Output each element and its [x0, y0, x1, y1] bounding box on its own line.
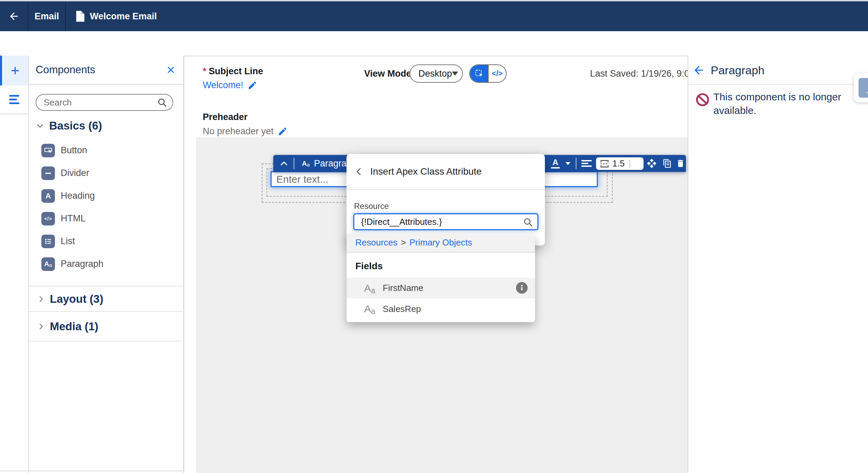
navbar-email-tab[interactable]: Email — [28, 11, 65, 22]
collapse-inspector-handle[interactable] — [854, 73, 868, 102]
text-style-button[interactable]: A — [548, 155, 563, 172]
popover-header: Insert Apex Class Attribute — [347, 154, 545, 190]
popover-back-button[interactable] — [354, 166, 364, 177]
panel-bottom-border — [0, 471, 184, 471]
view-mode-dropdown[interactable]: Desktop — [410, 64, 463, 83]
html-component-icon: </> — [41, 212, 55, 225]
arrow-left-icon — [8, 11, 20, 22]
collapse-toolbar-button[interactable] — [277, 155, 291, 172]
divider — [688, 84, 868, 85]
no-entry-icon — [695, 92, 710, 107]
section-basics-label: Basics (6) — [49, 119, 102, 132]
edit-subject-button[interactable] — [248, 80, 257, 90]
edit-icon — [278, 126, 288, 136]
search-input[interactable] — [36, 94, 173, 111]
back-chevron-icon — [354, 166, 364, 177]
close-icon — [166, 65, 175, 74]
section-media[interactable]: Media (1) — [29, 312, 184, 341]
breadcrumb-separator: > — [401, 237, 406, 248]
text-field-icon: Aa — [364, 303, 375, 315]
heading-component-icon: A — [41, 189, 55, 203]
document-icon — [75, 11, 84, 22]
move-icon — [647, 158, 657, 169]
view-mode-value: Desktop — [418, 68, 452, 79]
menu-icon — [9, 95, 19, 104]
paragraph-component-icon: Aa — [41, 257, 55, 271]
text-style-caret[interactable] — [563, 155, 573, 172]
chevron-up-icon — [279, 159, 289, 168]
component-item-paragraph[interactable]: Aa Paragraph — [29, 253, 184, 275]
outline-rail-button[interactable] — [0, 85, 28, 114]
preheader-label: Preheader — [203, 112, 248, 122]
field-option-firstname[interactable]: Aa FirstName — [347, 278, 535, 298]
duplicate-component-button[interactable] — [660, 155, 674, 172]
plus-icon: + — [11, 62, 20, 79]
chevron-right-icon — [37, 322, 45, 331]
search-icon — [157, 97, 167, 107]
section-basics[interactable]: Basics (6) — [29, 115, 184, 136]
component-item-heading[interactable]: A Heading — [29, 184, 184, 207]
edit-mode-toggle: </> — [469, 64, 507, 83]
insert-apex-attribute-popover: Insert Apex Class Attribute Resource — [347, 154, 545, 245]
chevron-right-icon — [37, 295, 45, 303]
section-layout-label: Layout (3) — [50, 293, 103, 306]
view-mode-label: View Mode: — [364, 68, 414, 79]
preheader-value: No preheader yet — [203, 126, 274, 137]
button-component-icon — [41, 144, 55, 157]
builder-toolbar: View Mode: Desktop </> Last Saved: 1/19/… — [0, 31, 868, 56]
unavailable-message: This component is no longer available. — [713, 90, 852, 117]
breadcrumb-primary-objects-link[interactable]: Primary Objects — [409, 237, 472, 248]
subject-line-value[interactable]: Welcome! — [203, 80, 243, 91]
text-field-icon: Aa — [364, 282, 375, 294]
arrow-left-icon — [692, 64, 705, 77]
edit-preheader-button[interactable] — [278, 126, 288, 136]
field-info-button[interactable] — [516, 282, 528, 294]
field-option-salesrep[interactable]: Aa SalesRep — [347, 298, 535, 319]
select-mode-icon — [474, 69, 484, 78]
breadcrumb: Resources > Primary Objects — [347, 233, 535, 253]
move-component-button[interactable] — [645, 155, 658, 172]
code-icon: </> — [492, 69, 503, 78]
resource-input[interactable] — [353, 213, 538, 230]
subject-line-value-row: Welcome! — [203, 80, 257, 91]
close-panel-button[interactable] — [166, 65, 175, 74]
component-item-list[interactable]: List — [29, 230, 184, 253]
back-button[interactable] — [0, 1, 28, 31]
paragraph-type-icon: Aa — [298, 155, 313, 172]
section-media-label: Media (1) — [50, 320, 98, 333]
left-rail — [0, 56, 29, 473]
divider — [294, 158, 294, 169]
duplicate-icon — [663, 159, 672, 168]
caret-down-icon — [452, 72, 458, 76]
component-item-divider[interactable]: Divider — [29, 162, 184, 184]
panel-title: Components — [36, 64, 95, 76]
breadcrumb-resources-link[interactable]: Resources — [355, 237, 397, 248]
subject-line-field: * Subject Line — [203, 66, 263, 77]
inspector-back-button[interactable] — [692, 64, 705, 77]
list-component-icon — [41, 235, 55, 248]
inspector-title: Paragraph — [711, 64, 765, 77]
collapse-panel-icon — [859, 78, 868, 98]
component-item-button[interactable]: Button — [29, 139, 184, 162]
divider — [29, 341, 184, 341]
email-builder-app: Email Welcome Email — [0, 0, 868, 473]
line-height-value: 1.5 — [612, 158, 625, 169]
text-color-icon: A — [551, 158, 560, 169]
delete-component-button[interactable] — [675, 155, 686, 172]
align-button[interactable] — [580, 155, 593, 172]
divider — [642, 158, 642, 169]
component-list: Button Divider A Heading </> HTML List — [29, 139, 184, 275]
select-mode-button[interactable] — [470, 65, 488, 82]
search-icon — [523, 217, 533, 227]
navbar-divider — [65, 1, 66, 31]
code-mode-button[interactable]: </> — [489, 65, 506, 82]
align-icon — [581, 159, 592, 168]
add-components-rail-button[interactable]: + — [0, 56, 28, 85]
line-height-input[interactable]: 1.5 — [596, 157, 644, 170]
popover-title: Insert Apex Class Attribute — [370, 166, 481, 177]
component-item-html[interactable]: </> HTML — [29, 207, 184, 230]
resource-label: Resource — [354, 201, 389, 211]
required-asterisk: * — [203, 66, 206, 77]
section-layout[interactable]: Layout (3) — [29, 287, 184, 311]
caret-down-icon — [566, 162, 570, 165]
